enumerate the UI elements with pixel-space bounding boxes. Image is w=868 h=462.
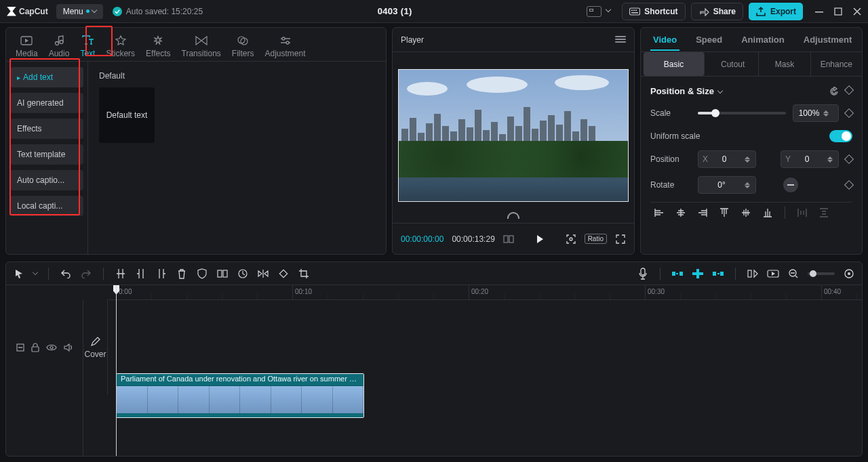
tab-stickers[interactable]: Stickers [100, 30, 140, 61]
scale-label: Scale [650, 108, 691, 118]
maximize-button[interactable] [834, 7, 842, 16]
seg-basic[interactable]: Basic [644, 52, 705, 76]
tab-text[interactable]: Text [75, 30, 100, 61]
tracks-area[interactable]: Parliament of Canada under renovation an… [108, 300, 862, 456]
rotate-input[interactable]: 0° [698, 176, 756, 194]
position-x-input[interactable]: X 0 [698, 150, 756, 168]
mute-icon[interactable] [64, 343, 73, 352]
lock-icon[interactable] [31, 343, 39, 352]
split-icon[interactable] [115, 268, 127, 280]
video-clip[interactable]: Parliament of Canada under renovation an… [116, 373, 364, 418]
sub-effects[interactable]: Effects [10, 119, 83, 139]
shield-icon[interactable] [196, 268, 208, 280]
sub-auto-captions[interactable]: Auto captio... [10, 170, 83, 190]
insp-tab-adjustment[interactable]: Adjustment [794, 29, 862, 50]
seg-mask[interactable]: Mask [759, 52, 810, 76]
position-y-input[interactable]: Y 0 [781, 150, 839, 168]
track-prev-icon[interactable] [747, 268, 759, 280]
align-left-icon[interactable] [653, 207, 665, 219]
trim-right-icon[interactable] [155, 268, 167, 280]
svg-rect-25 [679, 272, 683, 276]
close-button[interactable] [853, 7, 861, 16]
sub-add-text[interactable]: Add text [10, 67, 83, 87]
mirror-icon[interactable] [257, 268, 269, 280]
crop-icon[interactable] [298, 268, 310, 280]
zoom-fit-icon[interactable] [843, 268, 855, 280]
reverse-icon[interactable] [237, 268, 249, 280]
rotate-icon[interactable] [277, 268, 290, 280]
eye-icon[interactable] [46, 343, 57, 352]
keyframe-icon[interactable] [844, 85, 854, 94]
uniform-scale-row: Uniform scale [650, 130, 852, 142]
stickers-icon [115, 35, 127, 47]
default-text-thumb[interactable]: Default text [99, 87, 155, 143]
seg-enhance[interactable]: Enhance [811, 52, 862, 76]
menu-button[interactable]: Menu [56, 4, 103, 19]
undo-icon[interactable] [60, 268, 72, 280]
keyframe-icon[interactable] [844, 108, 854, 118]
insp-tab-animation[interactable]: Animation [732, 29, 794, 50]
timeline-ruler[interactable]: 0:0000:1000:2000:3000:40 [108, 285, 862, 300]
zoom-slider[interactable] [808, 272, 835, 275]
minimize-button[interactable] [815, 7, 823, 16]
magnet-right-icon[interactable] [712, 268, 724, 280]
freeze-frame-icon[interactable] [216, 268, 229, 280]
reset-icon[interactable] [829, 87, 839, 96]
tab-adjustment[interactable]: Adjustment [259, 30, 311, 61]
align-center-h-icon[interactable] [675, 207, 687, 219]
tab-transitions-label: Transitions [182, 49, 221, 58]
sub-ai-generated[interactable]: AI generated [10, 93, 83, 113]
play-button[interactable] [534, 234, 545, 245]
insp-tab-video[interactable]: Video [644, 29, 686, 50]
chevron-down-icon [91, 7, 96, 13]
zoom-out-icon[interactable] [787, 268, 800, 280]
shortcut-button[interactable]: Shortcut [622, 3, 685, 20]
player-menu-icon[interactable] [615, 36, 626, 44]
sub-local-captions[interactable]: Local capti... [10, 196, 83, 216]
timeline-toolbar [6, 262, 862, 285]
select-tool-icon[interactable] [13, 268, 25, 280]
tab-effects[interactable]: Effects [140, 30, 176, 61]
keyframe-icon[interactable] [844, 180, 854, 190]
tab-audio-label: Audio [49, 49, 70, 58]
fullscreen-icon[interactable] [615, 234, 626, 245]
compare-icon[interactable] [503, 234, 514, 245]
scale-input[interactable]: 100% [793, 104, 839, 122]
mic-icon[interactable] [637, 268, 649, 280]
magnet-left-icon[interactable] [671, 268, 684, 280]
flip-icon[interactable] [783, 177, 798, 192]
tab-transitions[interactable]: Transitions [176, 30, 226, 61]
delete-icon[interactable] [176, 268, 188, 280]
align-bottom-icon[interactable] [762, 207, 774, 219]
share-button[interactable]: Share [691, 3, 743, 20]
tab-filters[interactable]: Filters [226, 30, 260, 61]
keyframe-icon[interactable] [844, 154, 854, 164]
cover-cell[interactable]: Cover [83, 300, 108, 395]
svg-rect-0 [630, 8, 640, 15]
export-button[interactable]: Export [749, 3, 803, 20]
scale-slider[interactable] [698, 112, 786, 114]
align-top-icon[interactable] [718, 207, 730, 219]
insp-tab-speed[interactable]: Speed [686, 29, 732, 50]
preview-mode-icon[interactable] [767, 268, 779, 280]
scan-icon[interactable] [566, 234, 576, 245]
player-stage [393, 52, 634, 212]
window-controls [815, 7, 861, 16]
uniform-scale-toggle[interactable] [829, 130, 852, 142]
align-right-icon[interactable] [696, 207, 709, 219]
ratio-button[interactable]: Ratio [585, 234, 607, 244]
sub-text-template[interactable]: Text template [10, 144, 83, 165]
dimension-handle-icon[interactable] [393, 212, 634, 223]
section-position-size[interactable]: Position & Size [650, 86, 852, 96]
seg-cutout[interactable]: Cutout [707, 52, 759, 76]
collapse-icon[interactable] [16, 343, 24, 352]
tab-media[interactable]: Media [10, 30, 43, 61]
layout-icon[interactable] [587, 6, 601, 17]
player-canvas[interactable] [398, 69, 629, 202]
magnet-center-icon[interactable] [692, 268, 704, 280]
chevron-down-icon[interactable] [33, 270, 38, 275]
svg-point-9 [60, 41, 63, 44]
trim-left-icon[interactable] [135, 268, 147, 280]
tab-audio[interactable]: Audio [43, 30, 75, 61]
align-center-v-icon[interactable] [740, 207, 752, 219]
